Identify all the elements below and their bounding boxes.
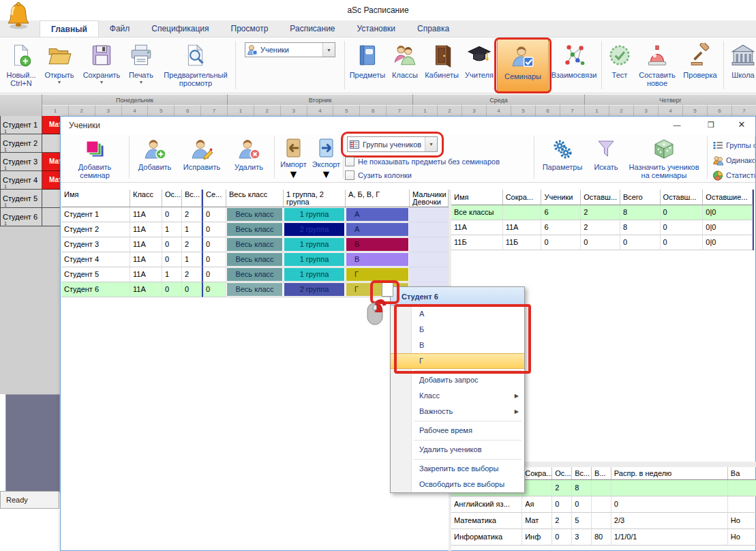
- ribbon-button-Предметы[interactable]: Предметы: [347, 38, 388, 93]
- dialog-button-Добавить[interactable]: Добавить семинар: [63, 136, 126, 181]
- boys-girls-cell[interactable]: [410, 267, 449, 282]
- column-header[interactable]: Весь класс: [226, 190, 284, 207]
- ribbon-button-Новый...[interactable]: Новый... Ctrl+N: [3, 38, 40, 93]
- menu-choice-В[interactable]: В: [391, 338, 524, 353]
- tab-Главный[interactable]: Главный: [40, 20, 99, 37]
- seminar-choice-cell[interactable]: Весь класс: [227, 253, 282, 266]
- ribbon-button-Семинары[interactable]: Семинары: [497, 38, 549, 93]
- checkbox-unchecked[interactable]: [345, 157, 354, 166]
- link-button-Статистика[interactable]: Статистика: [712, 169, 756, 181]
- ribbon-button-Тест[interactable]: Тест: [604, 38, 635, 93]
- menu-item-Освободить все выборы[interactable]: Освободить все выборы: [391, 477, 524, 492]
- column-header[interactable]: Мальчики Девочки: [410, 190, 449, 207]
- ribbon-button-Кабинеты[interactable]: Кабинеты: [422, 38, 462, 93]
- seminar-choice-cell[interactable]: А: [346, 208, 408, 221]
- column-header[interactable]: Вс...: [182, 190, 202, 207]
- schedule-row-Студент 4[interactable]: Студент 41: [0, 171, 42, 190]
- student-row-Студент 5[interactable]: Студент 511А120Весь класс1 группаГ: [61, 267, 449, 282]
- menu-item-Удалить учеников[interactable]: Удалить учеников: [391, 442, 524, 458]
- tab-Файл[interactable]: Файл: [99, 20, 141, 37]
- seminar-choice-cell[interactable]: Весь класс: [227, 238, 282, 251]
- seminar-choice-cell[interactable]: 1 группа: [284, 268, 344, 281]
- seminar-choice-cell[interactable]: Весь класс: [227, 208, 282, 221]
- column-header[interactable]: 1 группа, 2 группа: [284, 190, 346, 207]
- column-header[interactable]: Имя: [61, 190, 130, 207]
- seminar-choice-cell[interactable]: 1 группа: [284, 253, 344, 266]
- column-header[interactable]: Оставш...: [661, 190, 704, 205]
- class-row-11А[interactable]: 11А11А62800|0: [451, 220, 754, 235]
- dialog-button-Назначить учеников[interactable]: Назначить учеников на семинары: [625, 136, 703, 181]
- tab-Спецификация[interactable]: Спецификация: [140, 20, 220, 37]
- dialog-button-Параметры[interactable]: Параметры: [538, 136, 587, 181]
- schedule-row-Студент 2[interactable]: Студент 21: [0, 134, 42, 153]
- column-header[interactable]: Оставшие...: [703, 190, 753, 205]
- menu-item-Добавить запрос[interactable]: Добавить запрос: [391, 372, 524, 388]
- column-header[interactable]: Ученики: [541, 190, 581, 205]
- ribbon-button-Предварительный[interactable]: Предварительный просмотр: [158, 38, 233, 93]
- dialog-button-Искать[interactable]: Искать: [588, 136, 624, 181]
- column-header[interactable]: Ва: [728, 467, 756, 479]
- student-row-Студент 2[interactable]: Студент 211А110Весь класс2 группаА: [61, 222, 449, 237]
- seminar-choice-cell[interactable]: 2 группа: [284, 283, 344, 296]
- dialog-button-Удалить[interactable]: Удалить: [226, 136, 272, 181]
- tab-Установки[interactable]: Установки: [346, 20, 406, 37]
- ribbon-button-Учителя[interactable]: Учителя: [462, 38, 497, 93]
- boys-girls-cell[interactable]: [410, 222, 449, 237]
- column-header[interactable]: Ос...: [552, 467, 572, 479]
- boys-girls-cell[interactable]: [410, 252, 449, 267]
- seminar-choice-cell[interactable]: Весь класс: [227, 223, 282, 236]
- seminar-choice-cell[interactable]: Б: [346, 238, 408, 251]
- maximize-button[interactable]: ❒: [701, 117, 721, 133]
- student-row-Студент 3[interactable]: Студент 311А020Весь класс1 группаБ: [61, 237, 449, 252]
- seminar-choice-cell[interactable]: А: [346, 223, 408, 236]
- dialog-button-Экспорт[interactable]: Экспорт▼: [310, 136, 342, 181]
- class-row-Все классы[interactable]: Все классы62800|0: [451, 205, 754, 220]
- ribbon-button-Составить[interactable]: Составить новое: [635, 38, 679, 93]
- ribbon-button-Школа[interactable]: Школа: [726, 38, 756, 93]
- column-header[interactable]: В...: [592, 467, 611, 479]
- menu-choice-А[interactable]: А: [391, 306, 524, 322]
- menu-item-Закрепить все выборы[interactable]: Закрепить все выборы: [391, 461, 524, 477]
- subject-row-Математика[interactable]: МатематикаМат252/3Но: [451, 513, 756, 529]
- column-header[interactable]: Распр. в неделю: [611, 467, 728, 479]
- class-row-11Б[interactable]: 11Б11Б00000|0: [451, 235, 754, 250]
- column-header[interactable]: Оставш...: [581, 190, 620, 205]
- column-header[interactable]: А, Б, В, Г: [346, 190, 410, 207]
- menu-item-Рабочее время[interactable]: Рабочее время: [391, 423, 524, 438]
- column-header[interactable]: Се...: [202, 190, 226, 207]
- close-button[interactable]: ✕: [732, 117, 751, 133]
- column-header[interactable]: Всего: [620, 190, 661, 205]
- ribbon-button-Печать[interactable]: Печать▼: [124, 38, 158, 93]
- menu-item-Класс[interactable]: Класс▶: [391, 388, 524, 404]
- subject-row-Английский яз...[interactable]: Английский яз...Ая000: [451, 496, 756, 513]
- tab-Просмотр[interactable]: Просмотр: [220, 20, 279, 37]
- seminar-choice-cell[interactable]: 2 группа: [284, 223, 344, 236]
- link-button-Группы семинаров[interactable]: Группы семинаров: [712, 139, 756, 151]
- seminar-choice-cell[interactable]: Г: [346, 268, 408, 281]
- seminar-choice-cell[interactable]: Весь класс: [227, 268, 282, 281]
- ribbon-button-Проверка[interactable]: Проверка: [679, 38, 721, 93]
- ribbon-button-Открыть[interactable]: Открыть▼: [40, 38, 79, 93]
- student-row-Студент 4[interactable]: Студент 411А010Весь класс1 группаВ: [61, 252, 449, 267]
- dialog-button-Исправить[interactable]: Исправить: [179, 136, 225, 181]
- menu-choice-Б[interactable]: Б: [391, 322, 524, 338]
- student-row-Студент 1[interactable]: Студент 111А020Весь класс1 группаА: [61, 207, 449, 222]
- schedule-row-Студент 6[interactable]: Студент 61: [0, 208, 42, 226]
- minimize-button[interactable]: —: [667, 117, 686, 133]
- seminar-choice-cell[interactable]: 1 группа: [284, 208, 344, 221]
- view-selector-combo[interactable]: Ученики▼: [245, 42, 335, 57]
- cell-edit-button[interactable]: [382, 282, 393, 297]
- dialog-button-Добавить[interactable]: Добавить: [132, 136, 178, 181]
- ribbon-button-Классы[interactable]: Классы: [388, 38, 422, 93]
- dialog-button-Импорт[interactable]: Импорт▼: [277, 136, 309, 181]
- subject-row-Информатика[interactable]: ИнформатикаИнф03801/1/0/1Но: [451, 529, 756, 546]
- asc-bell-logo-icon[interactable]: [5, 1, 31, 33]
- ribbon-button-Взаимосвязи[interactable]: Взаимосвязи: [549, 38, 599, 93]
- schedule-row-Студент 3[interactable]: Студент 31: [0, 153, 42, 171]
- schedule-row-Студент 5[interactable]: Студент 51: [0, 190, 42, 208]
- column-header[interactable]: Вс...: [572, 467, 592, 479]
- tab-Расписание[interactable]: Расписание: [279, 20, 346, 37]
- ribbon-button-Сохранить[interactable]: Сохранить▼: [79, 38, 124, 93]
- link-button-Одинаковые выборы[interactable]: Одинаковые выборы: [712, 154, 756, 166]
- seminar-choice-cell[interactable]: 1 группа: [284, 238, 344, 251]
